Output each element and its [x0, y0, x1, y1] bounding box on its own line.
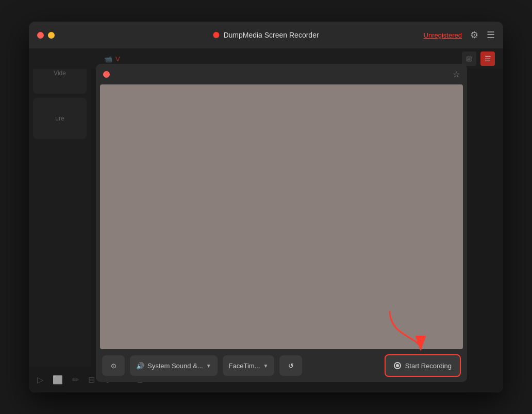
cam-chevron-icon: ▼ [263, 363, 269, 369]
menu-icon[interactable]: ☰ [487, 29, 495, 41]
sound-label: System Sound &... [147, 362, 203, 370]
start-recording-button[interactable]: Start Recording [385, 354, 461, 377]
traffic-lights [37, 32, 55, 39]
screen-capture-button[interactable]: ⊙ [102, 355, 125, 376]
rotate-button[interactable]: ↺ [279, 355, 302, 376]
background-app: Vide ure 📹 V ⊞ ☰ ▷ ⬜ [29, 48, 503, 392]
main-content: Vide ure 📹 V ⊞ ☰ ▷ ⬜ [29, 48, 503, 392]
title-right-controls: Unregistered ⚙ ☰ [424, 29, 495, 41]
preview-area [100, 84, 463, 349]
sound-dropdown[interactable]: 🔊 System Sound &... ▼ [130, 355, 218, 376]
cam-label: FaceTim... [229, 362, 260, 370]
unregistered-link[interactable]: Unregistered [424, 31, 462, 39]
title-bar: DumpMedia Screen Recorder Unregistered ⚙… [29, 22, 503, 48]
recording-modal: ☆ ⊙ 🔊 System Sound &... ▼ FaceTim.. [96, 64, 467, 382]
window-title: DumpMedia Screen Recorder [223, 31, 319, 39]
rotate-icon: ↺ [288, 362, 294, 370]
star-icon[interactable]: ☆ [453, 70, 460, 79]
recording-circle-icon [394, 362, 401, 369]
camera-dropdown[interactable]: FaceTim... ▼ [223, 355, 275, 376]
recording-dot [396, 364, 399, 367]
modal-close-dot[interactable] [103, 71, 110, 78]
screen-icon: ⊙ [111, 362, 117, 370]
window-title-area: DumpMedia Screen Recorder [213, 31, 319, 39]
close-button[interactable] [37, 32, 44, 39]
minimize-button[interactable] [48, 32, 55, 39]
start-recording-label: Start Recording [405, 362, 452, 370]
sound-icon: 🔊 [136, 362, 144, 370]
sound-chevron-icon: ▼ [206, 363, 211, 369]
settings-icon[interactable]: ⚙ [470, 29, 478, 41]
main-window: DumpMedia Screen Recorder Unregistered ⚙… [29, 22, 503, 392]
controls-bar: ⊙ 🔊 System Sound &... ▼ FaceTim... ▼ ↺ [96, 349, 467, 382]
record-dot-icon [213, 32, 219, 38]
modal-titlebar: ☆ [96, 64, 467, 84]
